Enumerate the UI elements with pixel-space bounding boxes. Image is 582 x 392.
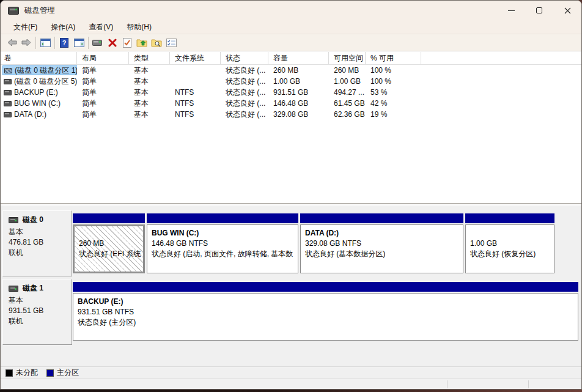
menu-view[interactable]: 查看(V) (82, 20, 120, 34)
delete-volume-icon[interactable] (105, 36, 120, 50)
partition-recovery[interactable]: 1.00 GB 状态良好 (恢复分区) (465, 213, 554, 276)
minimize-icon (508, 10, 515, 11)
menu-file[interactable]: 文件(F) (7, 20, 44, 34)
cell-capacity: 1.00 GB (268, 76, 329, 87)
cell-free: 62.36 GB (329, 109, 366, 120)
unallocated-swatch-icon (6, 369, 13, 377)
cell-fs: NTFS (170, 109, 221, 120)
cell-fs: NTFS (170, 87, 221, 98)
partition-label: BACKUP (E:) (78, 297, 573, 307)
cell-pct: 100 % (366, 65, 421, 76)
mark-partition-icon[interactable] (120, 36, 134, 50)
cell-capacity: 260 MB (268, 65, 329, 76)
col-layout[interactable]: 布局 (77, 52, 129, 64)
partition-size: 1.00 GB (470, 239, 550, 249)
col-type[interactable]: 类型 (129, 52, 170, 64)
disk-1-header[interactable]: 磁盘 1 基本 931.51 GB 联机 (2, 279, 72, 345)
partition-size: 260 MB (79, 239, 139, 249)
partition-backup-e[interactable]: BACKUP (E:) 931.51 GB NTFS 状态良好 (主分区) (73, 282, 578, 345)
cell-status: 状态良好 (... (221, 109, 268, 120)
partition-color-bar (465, 213, 554, 223)
disk-size: 931.51 GB (9, 306, 72, 316)
maximize-icon (536, 7, 542, 13)
partition-data-d[interactable]: DATA (D:) 329.08 GB NTFS 状态良好 (基本数据分区) (300, 213, 463, 276)
disk-0-header[interactable]: 磁盘 0 基本 476.81 GB 联机 (2, 210, 72, 276)
menu-help[interactable]: 帮助(H) (120, 20, 158, 34)
volume-row-recovery[interactable]: (磁盘 0 磁盘分区 5) 简单 基本 状态良好 (... 1.00 GB 1.… (1, 76, 581, 87)
disk-0-row: 磁盘 0 基本 476.81 GB 联机 260 MB 状态良好 (EFI 系统… (2, 210, 556, 276)
cell-free: 1.00 GB (329, 76, 366, 87)
disk-type: 基本 (9, 295, 72, 306)
partition-label: DATA (D:) (305, 228, 459, 239)
show-action-pane-icon[interactable] (72, 36, 86, 50)
col-percent-free[interactable]: % 可用 (366, 52, 421, 64)
disk-status: 联机 (9, 316, 72, 327)
legend-bar: 未分配 主分区 (1, 366, 581, 379)
cell-capacity: 931.51 GB (268, 87, 329, 98)
volume-row-backup[interactable]: BACKUP (E:) 简单 基本 NTFS 状态良好 (... 931.51 … (1, 87, 581, 98)
cell-type: 基本 (129, 65, 170, 76)
maximize-button[interactable] (525, 1, 553, 20)
partition-size: 146.48 GB NTFS (152, 239, 293, 249)
disk-management-window: 磁盘管理 文件(F) 操作(A) 查看(V) 帮助(H) ? (0, 0, 582, 390)
volume-icon (4, 101, 12, 106)
col-capacity[interactable]: 容量 (268, 52, 329, 64)
partition-size: 931.51 GB NTFS (78, 307, 573, 317)
toolbar-separator (54, 37, 55, 49)
disk-icon (9, 286, 18, 292)
partition-efi[interactable]: 260 MB 状态良好 (EFI 系统 (73, 213, 145, 276)
volume-name: BUG WIN (C:) (14, 98, 61, 108)
partition-status: 状态良好 (基本数据分区) (305, 249, 459, 259)
cell-free: 260 MB (329, 65, 366, 76)
col-volume[interactable]: 卷 (1, 52, 77, 64)
disk-size: 476.81 GB (9, 237, 72, 248)
cell-pct: 100 % (366, 76, 421, 87)
volume-icon (4, 112, 12, 117)
col-filler (421, 52, 581, 64)
explore-folder-icon[interactable] (149, 36, 164, 50)
toolbar-separator (88, 37, 89, 49)
col-free-space[interactable]: 可用空间 (329, 52, 366, 64)
volume-list-panel: 卷 布局 类型 文件系统 状态 容量 可用空间 % 可用 (磁盘 0 磁盘分区 … (1, 52, 581, 204)
disk-status: 联机 (9, 248, 72, 258)
partition-status: 状态良好 (恢复分区) (470, 249, 550, 259)
cell-fs: NTFS (170, 98, 221, 109)
window-title: 磁盘管理 (24, 6, 55, 16)
cell-layout: 简单 (77, 98, 129, 109)
col-status[interactable]: 状态 (221, 52, 268, 64)
show-console-tree-icon[interactable] (38, 36, 53, 50)
volume-row-efi[interactable]: (磁盘 0 磁盘分区 1) 简单 基本 状态良好 (... 260 MB 260… (1, 65, 581, 76)
volume-icon (4, 79, 12, 84)
status-bar-divider (447, 380, 448, 388)
close-button[interactable] (553, 1, 581, 20)
menu-action[interactable]: 操作(A) (44, 20, 82, 34)
cell-status: 状态良好 (... (221, 87, 268, 98)
disk-icon (9, 217, 18, 223)
cell-layout: 简单 (77, 109, 129, 120)
disk-1-row: 磁盘 1 基本 931.51 GB 联机 BACKUP (E:) 931.51 … (2, 279, 580, 345)
partition-color-bar (147, 213, 298, 223)
disk-name: 磁盘 1 (23, 283, 43, 294)
open-folder-icon[interactable] (134, 36, 149, 50)
svg-text:?: ? (62, 39, 67, 46)
menu-bar: 文件(F) 操作(A) 查看(V) 帮助(H) (1, 20, 581, 34)
volume-name: DATA (D:) (14, 109, 46, 119)
volume-name: BACKUP (E:) (14, 87, 58, 97)
partition-status: 状态良好 (主分区) (78, 317, 573, 328)
col-filesystem[interactable]: 文件系统 (170, 52, 221, 64)
title-bar: 磁盘管理 (1, 1, 581, 20)
forward-icon[interactable] (19, 36, 34, 50)
partition-color-bar (73, 282, 578, 292)
minimize-button[interactable] (497, 1, 525, 20)
back-icon[interactable] (4, 36, 19, 50)
partition-bugwin-c[interactable]: BUG WIN (C:) 146.48 GB NTFS 状态良好 (启动, 页面… (147, 213, 298, 276)
cell-layout: 简单 (77, 65, 129, 76)
volume-row-data[interactable]: DATA (D:) 简单 基本 NTFS 状态良好 (... 329.08 GB… (1, 109, 581, 120)
help-icon[interactable]: ? (57, 36, 72, 50)
volume-row-bugwin[interactable]: BUG WIN (C:) 简单 基本 NTFS 状态良好 (... 146.48… (1, 98, 581, 109)
partition-label: BUG WIN (C:) (152, 228, 293, 239)
cell-layout: 简单 (77, 87, 129, 98)
disk-type: 基本 (9, 227, 72, 237)
properties-list-icon[interactable] (164, 36, 179, 50)
device-icon[interactable] (90, 36, 105, 50)
